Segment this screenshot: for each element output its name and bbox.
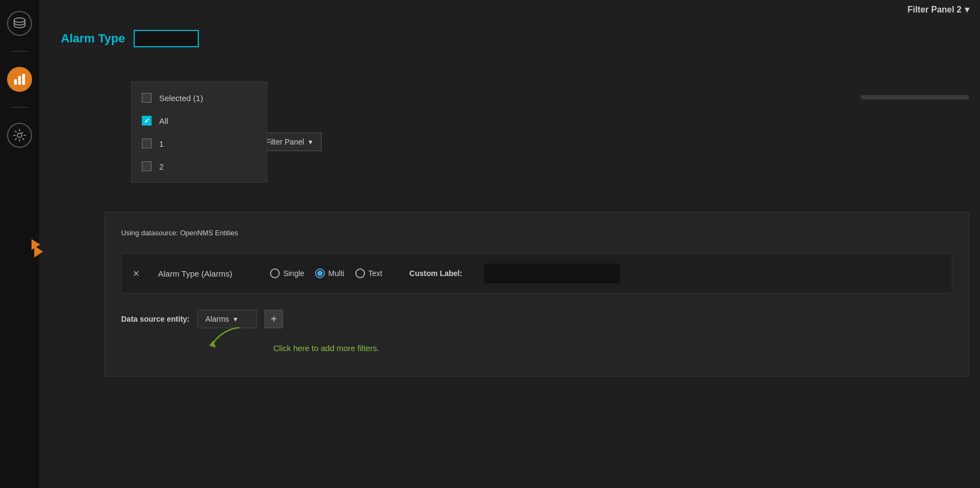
radio-circle-text[interactable] [355, 268, 365, 278]
sidebar-divider-2 [11, 107, 28, 108]
alarm-type-row: Alarm Type [61, 30, 199, 47]
mid-filter-chevron: ▾ [309, 137, 312, 146]
arrow-svg [202, 325, 245, 358]
checkmark-all: ✓ [144, 117, 150, 125]
dropdown-label-selected: Selected (1) [159, 93, 203, 103]
sidebar [0, 0, 39, 488]
radio-label-multi: Multi [328, 269, 344, 278]
filter-panel-2-button[interactable]: Filter Panel 2 ▾ [907, 4, 969, 15]
radio-text[interactable]: Text [355, 268, 382, 278]
filter-remove-button[interactable]: ✕ [133, 268, 140, 279]
mid-filter-label: Filter Panel [266, 137, 304, 146]
arrow-hint: Click here to add more filters. [273, 343, 379, 353]
radio-circle-single[interactable] [270, 268, 280, 278]
add-filter-button[interactable]: + [265, 310, 283, 328]
svg-point-5 [17, 133, 22, 137]
alarm-type-input[interactable] [134, 30, 199, 47]
sidebar-item-chart[interactable] [7, 67, 32, 92]
svg-rect-3 [22, 74, 25, 85]
scrollbar-track [860, 95, 969, 99]
checkbox-2[interactable] [142, 161, 152, 171]
radio-label-single: Single [283, 269, 304, 278]
dropdown-label-1: 1 [159, 139, 164, 148]
entity-select-value: Alarms [205, 315, 229, 323]
radio-circle-multi[interactable] [315, 268, 325, 278]
sidebar-divider-1 [11, 51, 28, 52]
checkbox-all[interactable]: ✓ [142, 116, 152, 126]
svg-rect-1 [14, 79, 17, 85]
radio-single[interactable]: Single [270, 268, 304, 278]
filter-row: ✕ Alarm Type (Alarms) Single Multi Text [121, 253, 952, 293]
entity-row: Data source entity: Alarms ▾ + [121, 310, 952, 328]
dropdown-item-all[interactable]: ✓ All [132, 109, 267, 132]
sidebar-item-db[interactable] [7, 11, 32, 36]
checkbox-1[interactable] [142, 139, 152, 148]
filter-row-name: Alarm Type (Alarms) [158, 269, 232, 278]
dropdown-item-2[interactable]: 2 [132, 155, 267, 178]
custom-label-input[interactable] [484, 264, 620, 283]
radio-multi[interactable]: Multi [315, 268, 344, 278]
checkbox-selected[interactable] [142, 93, 152, 103]
radio-label-text: Text [368, 269, 382, 278]
svg-marker-6 [34, 246, 43, 258]
dropdown-item-1[interactable]: 1 [132, 132, 267, 155]
entity-select-chevron: ▾ [234, 315, 237, 323]
content-box: Using datasource: OpenNMS Entities ✕ Ala… [104, 212, 969, 377]
filter-panel-2-label: Filter Panel 2 [907, 5, 962, 15]
filter-panel-2-chevron: ▾ [965, 4, 969, 15]
dropdown-label-2: 2 [159, 162, 164, 171]
topbar: Filter Panel 2 ▾ [896, 0, 980, 19]
alarm-type-dropdown: Selected (1) ✓ All 1 2 [131, 82, 267, 183]
alarm-type-label: Alarm Type [61, 32, 125, 46]
datasource-label: Using datasource: OpenNMS Entities [121, 229, 952, 237]
custom-label-text: Custom Label: [410, 269, 462, 278]
sidebar-item-gear[interactable] [7, 123, 32, 148]
svg-rect-2 [18, 76, 21, 85]
entity-label: Data source entity: [121, 315, 190, 323]
dropdown-item-selected[interactable]: Selected (1) [132, 86, 267, 109]
main-content: Filter Panel 2 ▾ Alarm Type Selected (1)… [39, 0, 980, 488]
dropdown-label-all: All [159, 116, 168, 126]
radio-group: Single Multi Text [270, 268, 382, 278]
svg-point-0 [14, 18, 25, 22]
